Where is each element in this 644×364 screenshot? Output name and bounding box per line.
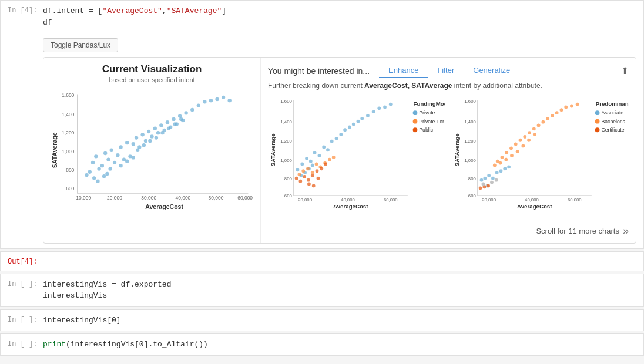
svg-text:AverageCost: AverageCost xyxy=(333,203,368,210)
svg-point-68 xyxy=(160,131,164,134)
svg-point-107 xyxy=(366,114,370,117)
lux-right-panel: You might be interested in... Enhance Fi… xyxy=(261,58,636,243)
svg-point-48 xyxy=(197,103,200,107)
svg-point-19 xyxy=(100,164,104,167)
svg-point-67 xyxy=(155,136,158,139)
svg-text:600: 600 xyxy=(66,186,74,191)
svg-point-29 xyxy=(132,142,135,146)
svg-point-125 xyxy=(332,156,336,159)
svg-point-40 xyxy=(166,120,169,124)
scroll-text: Scroll for 11 more charts xyxy=(536,227,619,235)
svg-point-95 xyxy=(313,151,317,154)
scroll-chevrons-icon: » xyxy=(623,225,629,237)
svg-point-65 xyxy=(142,143,146,147)
lux-description: Further breaking down current AverageCos… xyxy=(268,82,629,90)
svg-point-71 xyxy=(179,117,183,121)
tab-filter[interactable]: Filter xyxy=(428,63,464,78)
svg-point-176 xyxy=(499,161,502,165)
svg-point-124 xyxy=(328,158,331,161)
svg-text:SATAverage: SATAverage xyxy=(270,133,276,166)
svg-point-27 xyxy=(125,141,129,144)
svg-text:40,000: 40,000 xyxy=(175,195,190,201)
svg-point-126 xyxy=(295,177,298,180)
svg-point-49 xyxy=(203,100,206,103)
svg-point-47 xyxy=(190,108,194,112)
interested-title: You might be interested in... xyxy=(268,66,370,76)
svg-point-169 xyxy=(551,114,554,117)
svg-text:1,000: 1,000 xyxy=(464,158,475,163)
export-button[interactable]: ⬆ xyxy=(621,65,629,76)
svg-point-57 xyxy=(96,179,99,183)
chart2-svg: 1,600 1,400 1,200 1,000 800 600 20,000 4… xyxy=(452,96,629,218)
svg-text:20,000: 20,000 xyxy=(482,197,496,203)
svg-point-58 xyxy=(102,174,106,178)
svg-point-24 xyxy=(116,153,119,157)
cell-label-in4: In [4]: xyxy=(8,5,43,15)
svg-point-35 xyxy=(150,134,153,138)
svg-point-53 xyxy=(228,99,232,102)
svg-point-171 xyxy=(560,108,564,112)
svg-point-116 xyxy=(311,164,314,167)
svg-point-52 xyxy=(222,96,225,99)
chart-funding-model: 1,600 1,400 1,200 1,000 800 600 20,000 4… xyxy=(268,96,445,220)
cell-code-blank3: print(interestingVis[0].to_Altair()) xyxy=(43,339,636,350)
svg-point-63 xyxy=(132,156,135,159)
svg-point-178 xyxy=(510,154,514,157)
tab-enhance[interactable]: Enhance xyxy=(379,63,428,78)
lux-header: You might be interested in... Enhance Fi… xyxy=(268,63,629,78)
svg-point-180 xyxy=(521,144,525,148)
svg-point-59 xyxy=(105,172,109,176)
svg-text:600: 600 xyxy=(284,193,292,198)
svg-point-185 xyxy=(487,174,491,177)
cell-code-blank2: interestingVis[0] xyxy=(43,315,636,326)
svg-text:10,000: 10,000 xyxy=(76,195,91,201)
cell-in4: In [4]: df.intent = ["AverageCost","SATA… xyxy=(0,0,644,249)
svg-text:1,200: 1,200 xyxy=(280,139,291,144)
svg-point-132 xyxy=(320,167,323,170)
svg-point-70 xyxy=(173,122,176,126)
svg-point-182 xyxy=(533,133,536,136)
svg-point-93 xyxy=(305,157,308,160)
svg-point-61 xyxy=(119,164,122,167)
svg-point-130 xyxy=(311,174,314,177)
svg-point-23 xyxy=(113,161,116,164)
svg-point-194 xyxy=(495,178,498,182)
svg-point-92 xyxy=(300,163,304,166)
svg-point-129 xyxy=(307,178,310,182)
current-vis-chart: 1,600 1,400 1,200 1,000 800 600 10,000 2… xyxy=(49,88,254,213)
toggle-pandas-lux-button[interactable]: Toggle Pandas/Lux xyxy=(43,38,118,52)
svg-point-184 xyxy=(483,177,487,180)
svg-text:800: 800 xyxy=(468,176,476,181)
lux-footer: Scroll for 11 more charts » xyxy=(268,220,629,237)
svg-point-128 xyxy=(303,175,306,178)
svg-point-33 xyxy=(144,139,147,143)
svg-text:1,200: 1,200 xyxy=(464,139,475,144)
tab-generalize[interactable]: Generalize xyxy=(464,63,519,78)
svg-point-97 xyxy=(322,145,326,149)
cell-label-out4: Out[4]: xyxy=(8,257,43,266)
current-vis-subtitle: based on user specified intent xyxy=(49,76,254,83)
svg-text:Public: Public xyxy=(419,127,433,133)
svg-point-99 xyxy=(330,140,334,143)
svg-text:Certificate: Certificate xyxy=(601,127,624,133)
svg-point-38 xyxy=(159,123,163,127)
svg-point-86 xyxy=(413,110,418,115)
svg-text:60,000: 60,000 xyxy=(568,197,582,203)
svg-point-106 xyxy=(360,117,364,120)
svg-point-186 xyxy=(491,177,495,180)
svg-text:1,400: 1,400 xyxy=(280,119,291,124)
svg-point-105 xyxy=(357,120,360,123)
svg-text:Private: Private xyxy=(419,110,435,116)
svg-text:1,400: 1,400 xyxy=(62,112,74,117)
svg-point-110 xyxy=(383,106,387,109)
svg-text:SATAverage: SATAverage xyxy=(51,132,58,168)
svg-point-32 xyxy=(140,133,144,136)
svg-point-133 xyxy=(324,163,327,166)
svg-point-94 xyxy=(309,160,313,163)
svg-text:20,000: 20,000 xyxy=(107,195,122,201)
svg-point-117 xyxy=(297,173,301,176)
svg-point-22 xyxy=(110,149,113,152)
svg-text:20,000: 20,000 xyxy=(298,197,312,203)
svg-point-175 xyxy=(493,164,497,167)
svg-point-36 xyxy=(153,127,157,130)
